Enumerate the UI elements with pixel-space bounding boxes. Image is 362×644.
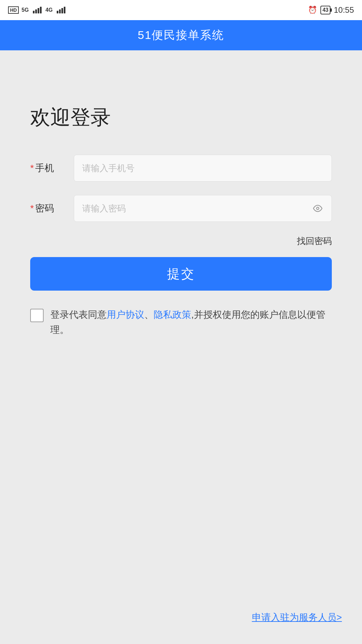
password-label: * 密码 xyxy=(30,202,74,215)
battery-level: 43 xyxy=(322,7,328,13)
welcome-title: 欢迎登录 xyxy=(30,104,332,131)
privacy-policy-link[interactable]: 隐私政策 xyxy=(154,309,191,320)
agreement-sep: 、 xyxy=(144,309,154,320)
phone-input-wrapper xyxy=(74,155,332,182)
status-left: HD 5G 4G xyxy=(8,6,67,14)
battery-indicator: 43 xyxy=(320,6,330,14)
phone-required-star: * xyxy=(30,163,34,174)
forget-password-row: 找回密码 xyxy=(30,235,332,247)
forget-password-link[interactable]: 找回密码 xyxy=(297,235,332,247)
password-row: * 密码 xyxy=(30,195,332,222)
phone-row: * 手机 xyxy=(30,155,332,182)
network-5g: 5G xyxy=(21,7,29,13)
svg-point-0 xyxy=(317,207,319,210)
hd-badge: HD xyxy=(8,6,19,14)
register-service-link[interactable]: 申请入驻为服务人员> xyxy=(252,612,342,623)
password-input[interactable] xyxy=(74,195,332,222)
password-input-wrapper xyxy=(74,195,332,222)
phone-input[interactable] xyxy=(74,155,332,182)
agreement-text: 登录代表同意用户协议、隐私政策,并授权使用您的账户信息以便管理。 xyxy=(50,307,332,338)
agreement-checkbox[interactable] xyxy=(30,309,44,322)
main-content: 欢迎登录 * 手机 * 密码 xyxy=(0,50,362,644)
submit-button[interactable]: 提交 xyxy=(30,257,332,291)
agreement-prefix: 登录代表同意 xyxy=(50,309,107,320)
network-4g: 4G xyxy=(46,7,53,13)
signal-4g xyxy=(57,7,65,13)
password-required-star: * xyxy=(30,203,34,214)
time-display: 10:55 xyxy=(334,5,354,15)
toggle-password-icon[interactable] xyxy=(312,202,324,214)
bottom-link-container: 申请入驻为服务人员> xyxy=(252,611,342,624)
agreement-row: 登录代表同意用户协议、隐私政策,并授权使用您的账户信息以便管理。 xyxy=(30,307,332,338)
user-agreement-link[interactable]: 用户协议 xyxy=(107,309,144,320)
status-right: ⏰ 43 10:55 xyxy=(308,5,354,15)
signal-5g xyxy=(33,7,42,13)
alarm-icon: ⏰ xyxy=(308,6,317,14)
app-title: 51便民接单系统 xyxy=(138,28,224,43)
top-nav: 51便民接单系统 xyxy=(0,20,362,50)
phone-label: * 手机 xyxy=(30,162,74,175)
status-bar: HD 5G 4G ⏰ 43 10:55 xyxy=(0,0,362,20)
login-form: * 手机 * 密码 xyxy=(30,155,332,338)
